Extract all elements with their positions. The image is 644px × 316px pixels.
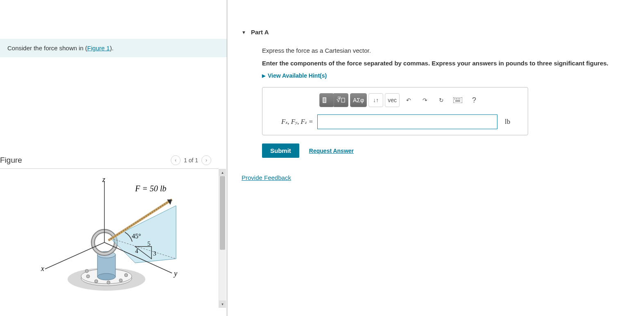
figure-body: z x y F = 50 lb 45° 5 4 3 ▲ ▼ bbox=[0, 169, 227, 308]
svg-rect-32 bbox=[459, 99, 460, 99]
submit-row: Submit Request Answer bbox=[262, 143, 644, 158]
radical-icon: √ bbox=[337, 96, 346, 104]
dim-5: 5 bbox=[147, 240, 151, 247]
vec-label: vec bbox=[388, 97, 397, 103]
submit-button[interactable]: Submit bbox=[262, 143, 299, 158]
vec-button[interactable]: vec bbox=[385, 93, 400, 107]
angle-label: 45° bbox=[132, 233, 141, 240]
chevron-left-icon: ‹ bbox=[175, 157, 176, 163]
figure-section: Figure ‹ 1 of 1 › bbox=[0, 155, 227, 316]
axis-y-label: y bbox=[173, 269, 177, 278]
svg-rect-24 bbox=[323, 98, 325, 102]
svg-point-7 bbox=[124, 273, 128, 277]
redo-button[interactable]: ↷ bbox=[418, 93, 432, 107]
fx-f: F bbox=[281, 118, 285, 126]
figure-link[interactable]: Figure 1 bbox=[87, 45, 110, 52]
svg-rect-26 bbox=[341, 98, 345, 102]
scroll-up-button[interactable]: ▲ bbox=[219, 169, 226, 176]
force-diagram: z x y F = 50 lb 45° 5 4 3 bbox=[29, 177, 184, 304]
request-answer-link[interactable]: Request Answer bbox=[309, 148, 354, 154]
chevron-right-icon: › bbox=[206, 157, 207, 163]
svg-point-10 bbox=[97, 273, 115, 280]
help-label: ? bbox=[472, 96, 476, 105]
figure-scrollbar[interactable]: ▲ ▼ bbox=[219, 169, 226, 308]
figure-nav: ‹ 1 of 1 › bbox=[171, 155, 211, 165]
right-panel: ▼ Part A Express the force as a Cartesia… bbox=[227, 0, 644, 316]
eq-sign: = bbox=[307, 118, 313, 126]
part-a-body: Express the force as a Cartesian vector.… bbox=[242, 47, 644, 181]
undo-button[interactable]: ↶ bbox=[401, 93, 416, 107]
figure-next-button[interactable]: › bbox=[201, 155, 211, 165]
svg-rect-30 bbox=[456, 99, 457, 99]
svg-point-3 bbox=[86, 275, 90, 278]
figure-count: 1 of 1 bbox=[184, 157, 198, 164]
svg-marker-14 bbox=[111, 206, 176, 263]
problem-intro: Consider the force shown in (Figure 1). bbox=[0, 39, 227, 57]
svg-point-6 bbox=[119, 279, 122, 282]
svg-point-8 bbox=[85, 269, 88, 273]
comma1: , bbox=[287, 118, 291, 126]
input-row: Fx, Fy, Fz = lb bbox=[268, 114, 522, 129]
view-hints-link[interactable]: ▶ View Available Hint(s) bbox=[262, 72, 644, 79]
instruction-2: Enter the components of the force separa… bbox=[262, 60, 644, 67]
axis-x-label: x bbox=[41, 264, 44, 273]
svg-text:√: √ bbox=[337, 96, 340, 103]
figure-header: Figure ‹ 1 of 1 › bbox=[0, 155, 219, 169]
force-label: F = 50 lb bbox=[135, 184, 166, 193]
caret-right-icon: ▶ bbox=[262, 73, 265, 78]
hints-label: View Available Hint(s) bbox=[268, 72, 327, 79]
fz-f: F bbox=[301, 118, 305, 126]
figure-title: Figure bbox=[0, 156, 22, 165]
svg-line-20 bbox=[45, 242, 104, 269]
left-panel: Consider the force shown in (Figure 1). … bbox=[0, 0, 227, 316]
reset-button[interactable]: ↻ bbox=[434, 93, 449, 107]
part-a-header[interactable]: ▼ Part A bbox=[242, 29, 644, 36]
scroll-down-button[interactable]: ▼ bbox=[219, 300, 226, 308]
answer-box: √ ΑΣφ ↓↑ vec ↶ ↷ bbox=[262, 87, 528, 135]
arrows-icon: ↓↑ bbox=[373, 97, 379, 103]
provide-feedback-link[interactable]: Provide Feedback bbox=[242, 174, 291, 181]
unit-label: lb bbox=[505, 118, 510, 126]
svg-rect-29 bbox=[454, 99, 455, 99]
templates-icon bbox=[323, 96, 331, 104]
radical-button[interactable]: √ bbox=[334, 93, 348, 107]
subscript-button[interactable]: ↓↑ bbox=[368, 93, 383, 107]
equation-toolbar: √ ΑΣφ ↓↑ vec ↶ ↷ bbox=[319, 93, 522, 107]
comma2: , bbox=[297, 118, 301, 126]
svg-rect-28 bbox=[453, 97, 462, 103]
greek-label: ΑΣφ bbox=[353, 97, 364, 103]
svg-rect-33 bbox=[455, 101, 460, 101]
svg-rect-31 bbox=[458, 99, 459, 99]
dim-4: 4 bbox=[135, 248, 138, 254]
keyboard-button[interactable] bbox=[450, 93, 465, 107]
instruction-1: Express the force as a Cartesian vector. bbox=[262, 47, 644, 54]
part-a-title: Part A bbox=[251, 29, 269, 36]
reset-icon: ↻ bbox=[439, 97, 444, 103]
svg-point-4 bbox=[95, 280, 98, 283]
svg-point-5 bbox=[107, 281, 110, 284]
templates-button[interactable] bbox=[319, 93, 334, 107]
fy-f: F bbox=[291, 118, 295, 126]
input-label: Fx, Fy, Fz = bbox=[268, 118, 313, 126]
undo-icon: ↶ bbox=[406, 97, 411, 103]
dim-3: 3 bbox=[153, 250, 156, 257]
greek-button[interactable]: ΑΣφ bbox=[350, 93, 367, 107]
caret-down-icon: ▼ bbox=[242, 30, 246, 35]
figure-prev-button[interactable]: ‹ bbox=[171, 155, 181, 165]
keyboard-icon bbox=[453, 97, 462, 103]
intro-text-suffix: ). bbox=[110, 45, 113, 52]
intro-text-prefix: Consider the force shown in ( bbox=[7, 45, 87, 52]
redo-icon: ↷ bbox=[423, 97, 427, 103]
axis-z-label: z bbox=[102, 177, 105, 184]
answer-input[interactable] bbox=[317, 114, 497, 129]
scroll-thumb[interactable] bbox=[220, 176, 225, 250]
help-button[interactable]: ? bbox=[467, 93, 481, 107]
